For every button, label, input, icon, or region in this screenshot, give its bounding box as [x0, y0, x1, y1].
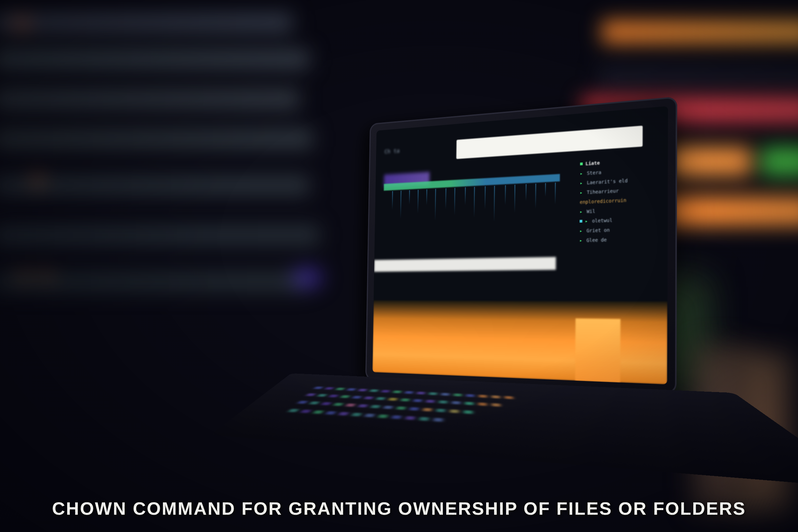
- chevron-icon: ▸: [585, 216, 588, 226]
- laptop-device: Ch ta: [342, 95, 696, 494]
- bg-bar-dark: [598, 66, 798, 87]
- bg-bar-green: [761, 146, 798, 176]
- laptop-screen: Ch ta: [373, 106, 668, 384]
- bg-dot: [43, 273, 50, 279]
- panel-label: Glee de: [587, 234, 607, 245]
- chevron-icon: ▸: [580, 235, 583, 245]
- bg-line: [0, 90, 299, 108]
- screen-top-label: Ch ta: [384, 147, 400, 155]
- bg-line: [0, 130, 312, 148]
- panel-label: Wil: [587, 206, 595, 216]
- bullet-icon: [580, 163, 583, 166]
- panel-item: ▸ Glee de: [580, 234, 653, 245]
- chevron-icon: ▸: [580, 226, 583, 236]
- caption-text: CHOWN COMMAND FOR GRANTING OWNERSHIP OF …: [0, 498, 798, 519]
- bg-bar-orange: [602, 20, 798, 43]
- chevron-icon: ▸: [580, 178, 583, 188]
- screen-side-panel: Liate ▸ Stera ▸ Laerarit's eld ▸ Tihearr…: [579, 155, 653, 296]
- bg-line: [0, 13, 292, 32]
- chevron-icon: ▸: [580, 207, 583, 217]
- bg-dot: [296, 273, 319, 283]
- screen-orange-panel: [373, 300, 668, 384]
- code-vertical-lines: [389, 183, 560, 229]
- panel-label: oletwul: [592, 215, 612, 226]
- screen-divider-bar: [374, 257, 556, 272]
- bg-line: [0, 50, 309, 68]
- bg-dot: [33, 176, 41, 185]
- screen-search-bar: [456, 126, 643, 159]
- panel-label: enploredicorruin: [580, 195, 626, 207]
- bg-line: [0, 176, 309, 194]
- chevron-icon: ▸: [580, 168, 583, 178]
- screen-orange-accent: [575, 319, 621, 383]
- bullet-icon: [580, 220, 582, 223]
- panel-label: Griet on: [587, 225, 610, 236]
- bg-dot: [17, 18, 26, 28]
- bg-line: [0, 226, 319, 244]
- chevron-icon: ▸: [580, 187, 583, 197]
- bg-dot: [20, 273, 26, 279]
